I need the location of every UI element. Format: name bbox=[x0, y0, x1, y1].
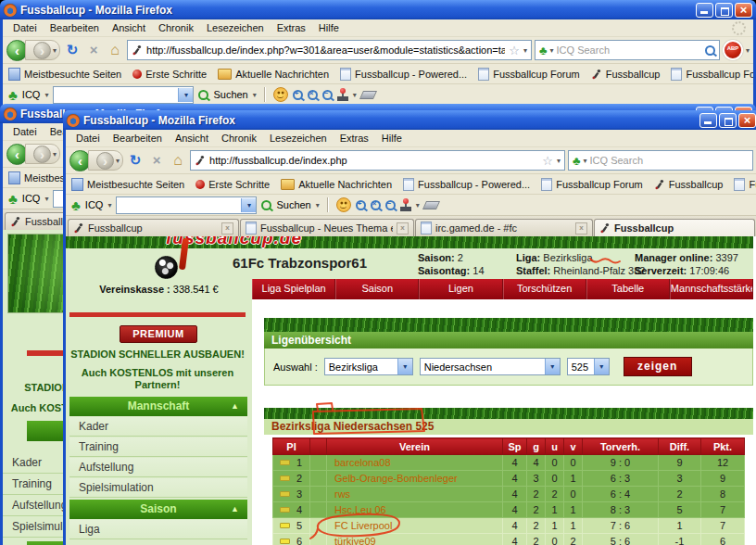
bookmark-fussballcup-forum-1[interactable]: Fussballcup Forum bbox=[478, 68, 580, 81]
joystick-dropdown-icon[interactable]: ▾ bbox=[416, 201, 420, 209]
icq-dropdown-icon[interactable]: ▾ bbox=[44, 91, 48, 99]
zoom-reset-icon[interactable]: × bbox=[371, 200, 381, 210]
joystick-icon[interactable] bbox=[337, 89, 348, 101]
chevron-up-icon[interactable]: ▲ bbox=[231, 397, 239, 416]
menu-datei[interactable]: Datei bbox=[6, 22, 44, 33]
bookmark-erste-schritte[interactable]: Erste Schritte bbox=[132, 69, 207, 80]
sidebar-section-saison[interactable]: Saison▲ bbox=[69, 500, 247, 519]
toolbar-overflow-icon[interactable]: ▾ bbox=[746, 46, 750, 55]
bookmark-meistbesuchte[interactable]: Meistbesuchte Seiten bbox=[8, 68, 121, 81]
menu-datei[interactable]: Datei bbox=[6, 126, 44, 137]
dropdown-arrow-icon[interactable]: ▾ bbox=[545, 359, 560, 374]
joystick-icon[interactable] bbox=[400, 199, 411, 211]
team-link[interactable]: rws bbox=[334, 488, 350, 500]
smiley-icon[interactable] bbox=[273, 87, 288, 102]
bookmark-fussballcup-powered[interactable]: Fussballcup - Powered... bbox=[403, 178, 530, 191]
suchen-dropdown-icon[interactable]: ▾ bbox=[253, 91, 257, 99]
team-link[interactable]: barcelona08 bbox=[334, 457, 391, 468]
bookmark-fussballcup[interactable]: Fussballcup bbox=[654, 179, 724, 190]
menu-extras[interactable]: Extras bbox=[271, 22, 312, 33]
icq-dropdown-icon[interactable]: ▾ bbox=[107, 201, 111, 209]
sidebar-section-mannschaft[interactable]: Mannschaft▲ bbox=[69, 397, 247, 416]
tab-irc-gamed[interactable]: irc.gamed.de - #fc x bbox=[415, 219, 593, 236]
search-box[interactable]: ♣ ▾ ICQ Search bbox=[568, 150, 753, 171]
history-dropdown-icon[interactable]: ▾ bbox=[53, 46, 57, 55]
search-magnifier-icon[interactable] bbox=[705, 45, 715, 56]
menu-ansicht[interactable]: Ansicht bbox=[106, 22, 152, 33]
suchen-dropdown-icon[interactable]: ▾ bbox=[316, 201, 320, 209]
zoom-reset-icon[interactable]: × bbox=[308, 90, 318, 100]
combo-dropdown-icon[interactable]: ▾ bbox=[178, 88, 193, 102]
history-dropdown-icon[interactable]: ▾ bbox=[53, 150, 57, 158]
sidebar-item-liga[interactable]: Liga bbox=[69, 520, 247, 539]
icq-search-combo[interactable]: ▾ bbox=[116, 196, 257, 214]
search-engine-dropdown-icon[interactable]: ▾ bbox=[584, 157, 587, 165]
bookmark-fussballcup-forum-2[interactable]: Fussballcup Forum bbox=[671, 68, 753, 81]
suchen-label[interactable]: Suchen bbox=[276, 199, 310, 210]
forward-button[interactable]: › bbox=[33, 146, 51, 163]
tab-neues-thema[interactable]: Fussballcup - Neues Thema erstellen x bbox=[240, 219, 414, 236]
bookmark-aktuelle-nachrichten[interactable]: Aktuelle Nachrichten bbox=[281, 179, 392, 190]
tab-close-button[interactable]: x bbox=[221, 222, 233, 234]
team-link[interactable]: türkiye09 bbox=[334, 536, 376, 545]
nav-tab-ligen[interactable]: Ligen bbox=[419, 279, 502, 299]
menu-chronik[interactable]: Chronik bbox=[152, 22, 200, 33]
search-engine-dropdown-icon[interactable]: ▾ bbox=[550, 46, 554, 55]
bookmark-star-icon[interactable]: ☆ bbox=[542, 155, 553, 167]
zoom-out-icon[interactable]: − bbox=[322, 90, 333, 100]
menu-lesezeichen[interactable]: Lesezeichen bbox=[263, 133, 334, 144]
eraser-icon[interactable] bbox=[422, 201, 440, 209]
tab-fussballcup-1[interactable]: Fussballcup x bbox=[68, 219, 239, 236]
icq-dropdown-icon[interactable]: ▾ bbox=[44, 195, 48, 203]
zeigen-button[interactable]: zeigen bbox=[624, 357, 692, 376]
smiley-icon[interactable] bbox=[336, 197, 351, 212]
joystick-dropdown-icon[interactable]: ▾ bbox=[353, 91, 357, 99]
forward-button[interactable]: › bbox=[96, 152, 114, 170]
nav-tab-liga-spielplan[interactable]: Liga Spielplan bbox=[252, 279, 335, 299]
suchen-label[interactable]: Suchen bbox=[213, 89, 247, 100]
url-bar[interactable]: http://fussballcup.de/index.php ☆ ▾ bbox=[190, 150, 565, 171]
search-box[interactable]: ♣ ▾ ICQ Search bbox=[535, 40, 720, 60]
nav-tab-saison[interactable]: Saison bbox=[335, 279, 419, 299]
history-dropdown-icon[interactable]: ▾ bbox=[116, 157, 120, 165]
reload-button[interactable]: ↻ bbox=[63, 41, 82, 59]
menu-extras[interactable]: Extras bbox=[334, 133, 375, 144]
tab-fussballcup-active[interactable]: Fussballcup bbox=[594, 219, 755, 236]
sidebar-item-aufstellung[interactable]: Aufstellung bbox=[69, 458, 247, 477]
menu-hilfe[interactable]: Hilfe bbox=[375, 133, 409, 144]
stop-button[interactable]: × bbox=[84, 41, 103, 59]
bookmark-erste-schritte[interactable]: Erste Schritte bbox=[195, 179, 270, 190]
close-button[interactable] bbox=[735, 3, 752, 18]
tab-close-button[interactable]: x bbox=[575, 222, 587, 234]
icq-search-combo[interactable]: ▾ bbox=[53, 86, 194, 104]
url-bar[interactable]: http://fussballcup.de/index.php?w=301&ar… bbox=[127, 40, 532, 60]
liga-select[interactable]: Bezirksliga▾ bbox=[324, 358, 413, 375]
restore-button[interactable] bbox=[719, 113, 737, 128]
suchen-magnifier-icon[interactable] bbox=[261, 200, 271, 210]
team-link[interactable]: Gelb-Orange-Bombenleger bbox=[334, 473, 458, 484]
menu-bearbeiten[interactable]: Bearbeiten bbox=[44, 22, 106, 33]
zoom-in-icon[interactable]: + bbox=[356, 200, 366, 210]
minimize-button[interactable] bbox=[699, 113, 717, 128]
home-button[interactable]: ⌂ bbox=[106, 41, 124, 59]
eraser-icon[interactable] bbox=[359, 91, 377, 99]
sidebar-item-kader[interactable]: Kader bbox=[69, 417, 247, 437]
dropdown-arrow-icon[interactable]: ▾ bbox=[397, 359, 412, 374]
nav-tab-torschuetzen[interactable]: Torschützen bbox=[503, 279, 586, 299]
menu-datei[interactable]: Datei bbox=[69, 133, 107, 144]
url-dropdown-icon[interactable]: ▾ bbox=[523, 46, 527, 55]
nav-tab-mannschaftsstaerke[interactable]: Mannschaftsstärke bbox=[670, 279, 753, 299]
zoom-out-icon[interactable]: − bbox=[385, 200, 396, 210]
bookmark-fussballcup[interactable]: Fussballcup bbox=[591, 69, 661, 80]
adblock-plus-icon[interactable]: ABP bbox=[723, 40, 743, 60]
menu-hilfe[interactable]: Hilfe bbox=[312, 22, 346, 33]
menu-bearbeiten[interactable]: Bearbeiten bbox=[107, 133, 169, 144]
restore-button[interactable] bbox=[715, 3, 733, 18]
bookmark-fussballcup-forum-2[interactable]: Fussballcup Forum bbox=[734, 178, 756, 191]
bookmark-star-icon[interactable]: ☆ bbox=[509, 44, 520, 57]
reload-button[interactable]: ↻ bbox=[126, 151, 145, 170]
sidebar-item-spielsimulation[interactable]: Spielsimulation bbox=[69, 478, 247, 498]
combo-dropdown-icon[interactable]: ▾ bbox=[241, 198, 256, 212]
close-button[interactable] bbox=[738, 113, 756, 128]
url-dropdown-icon[interactable]: ▾ bbox=[557, 157, 561, 165]
